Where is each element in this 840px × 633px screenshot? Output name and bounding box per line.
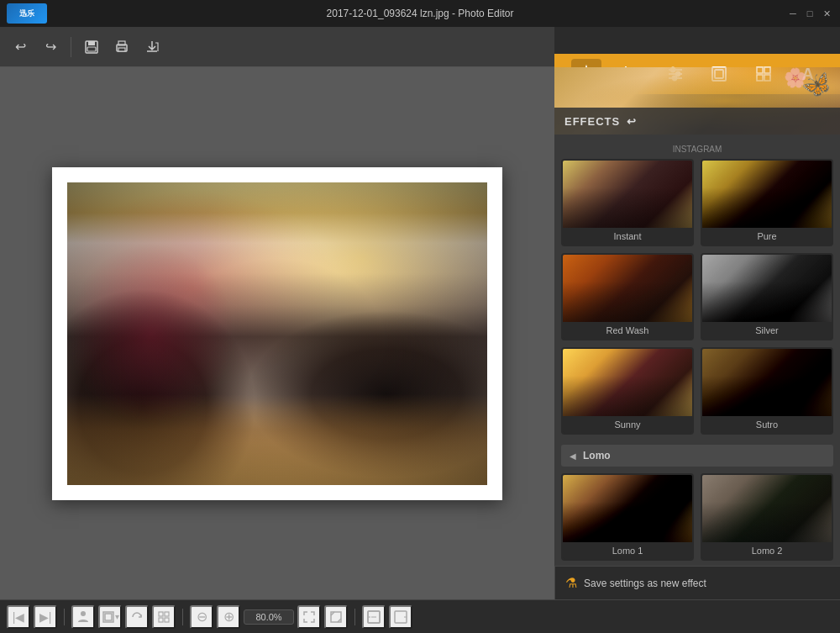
svg-rect-5 [118, 48, 125, 51]
svg-rect-23 [159, 612, 163, 616]
redo-button[interactable]: ↪ [37, 34, 64, 61]
svg-point-20 [81, 611, 86, 616]
effect-pure[interactable]: Pure [701, 159, 833, 246]
save-effect-label[interactable]: Save settings as new effect [584, 578, 706, 589]
zoom-level: 80.0% [244, 609, 294, 625]
svg-rect-1 [88, 41, 95, 45]
status-sep-3 [354, 609, 355, 625]
effect-pure-thumbnail [702, 161, 832, 228]
effect-redwash-label: Red Wash [563, 322, 692, 339]
svg-rect-22 [105, 614, 112, 620]
effect-silver-thumbnail [702, 255, 832, 322]
svg-rect-26 [165, 618, 169, 622]
title-bar: 迅乐 2017-12-01_093624 lzn.jpg - Photo Edi… [0, 0, 840, 27]
effects-title: EFFECTS [564, 115, 620, 128]
minimize-button[interactable]: ─ [786, 7, 800, 20]
main-content: 🦋 🌸 EFFECTS ↩ INSTAGRAM Instant Pure [0, 67, 840, 599]
fit-page-button[interactable] [324, 605, 348, 629]
effect-lomo1-thumbnail [563, 475, 692, 542]
save-effect-icon: ⚗ [565, 575, 577, 591]
effect-instant-label: Instant [563, 228, 692, 245]
canvas-area[interactable] [0, 67, 554, 599]
save-bar: ⚗ Save settings as new effect [554, 566, 840, 599]
lomo-category-header[interactable]: ◀ Lomo [561, 445, 833, 467]
effect-sutro[interactable]: Sutro [701, 347, 833, 435]
close-button[interactable]: ✕ [820, 7, 833, 20]
photo-canvas [67, 182, 487, 485]
effect-sutro-label: Sutro [702, 416, 832, 433]
effects-list[interactable]: INSTAGRAM Instant Pure Red Wash Silver [554, 135, 840, 566]
toolbar-separator-1 [71, 37, 71, 57]
effect-redwash[interactable]: Red Wash [561, 253, 694, 340]
first-frame-button[interactable]: |◀ [7, 605, 30, 629]
photo-frame [52, 167, 502, 500]
effects-undo-icon[interactable]: ↩ [627, 115, 637, 128]
effect-sunny-label: Sunny [563, 416, 692, 433]
effects-header: 🦋 🌸 EFFECTS ↩ [554, 67, 840, 135]
effect-lomo2-thumbnail [702, 475, 832, 542]
svg-rect-2 [87, 47, 96, 51]
undo-button[interactable]: ↩ [7, 34, 34, 61]
fit-button[interactable] [297, 605, 321, 629]
status-sep-2 [182, 609, 183, 625]
save-button[interactable] [78, 34, 105, 61]
effect-instant-thumbnail [563, 161, 692, 228]
bottom-status: |◀ ▶| ▾ [0, 605, 840, 629]
zoom-out-button[interactable]: ⊖ [190, 605, 213, 629]
instagram-effects-grid: Instant Pure Red Wash Silver Sunny [561, 159, 833, 435]
lomo-category-label: Lomo [583, 450, 611, 462]
effects-title-bar: EFFECTS ↩ [554, 108, 840, 135]
effect-redwash-thumbnail [563, 255, 692, 322]
frames-button[interactable]: ▾ [98, 605, 122, 629]
effect-silver-label: Silver [702, 322, 832, 339]
bottom-bar: |◀ ▶| ▾ [0, 599, 840, 633]
window-title: 2017-12-01_093624 lzn.jpg - Photo Editor [0, 8, 840, 19]
prev-image-button[interactable] [362, 605, 386, 629]
next-image-button[interactable] [389, 605, 412, 629]
effect-sunny-thumbnail [563, 349, 692, 416]
last-frame-button[interactable]: ▶| [34, 605, 57, 629]
svg-rect-24 [165, 612, 169, 616]
person-button[interactable] [71, 605, 95, 629]
effect-lomo1[interactable]: Lomo 1 [561, 473, 694, 561]
effect-lomo2-label: Lomo 2 [702, 542, 832, 559]
maximize-button[interactable]: □ [803, 7, 816, 20]
rotate-button[interactable] [125, 605, 149, 629]
app-logo: 迅乐 [7, 3, 47, 24]
window-controls: ─ □ ✕ [786, 7, 833, 20]
main-toolbar: ↩ ↪ [0, 27, 554, 67]
effect-sutro-thumbnail [702, 349, 832, 416]
zoom-in-button[interactable]: ⊕ [217, 605, 240, 629]
effect-lomo2[interactable]: Lomo 2 [701, 473, 833, 561]
print-button[interactable] [108, 34, 135, 61]
effect-silver[interactable]: Silver [701, 253, 833, 340]
lomo-effects-grid: Lomo 1 Lomo 2 [561, 473, 833, 561]
grid-button[interactable] [152, 605, 176, 629]
svg-rect-25 [159, 618, 163, 622]
lomo-arrow-icon: ◀ [570, 451, 576, 461]
effect-pure-label: Pure [702, 228, 832, 245]
right-panel: 🦋 🌸 EFFECTS ↩ INSTAGRAM Instant Pure [554, 67, 840, 599]
effect-lomo1-label: Lomo 1 [563, 542, 692, 559]
status-sep-1 [64, 609, 65, 625]
export-button[interactable] [139, 34, 165, 61]
effect-sunny[interactable]: Sunny [561, 347, 694, 435]
effect-instant[interactable]: Instant [561, 159, 694, 246]
instagram-label: INSTAGRAM [561, 141, 833, 159]
